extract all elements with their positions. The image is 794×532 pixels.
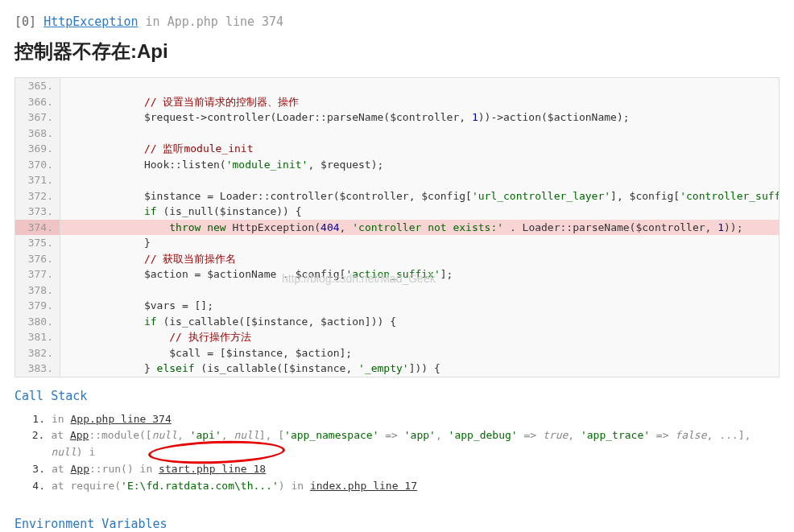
code-line: 372. $instance = Loader::controller($con… xyxy=(15,188,779,204)
code-line: 374. throw new HttpException(404, 'contr… xyxy=(15,220,779,236)
env-vars-title: Environment Variables xyxy=(14,517,780,531)
line-content: } xyxy=(60,235,779,251)
file-location: App.php line 374 xyxy=(167,14,284,29)
line-number: 378. xyxy=(15,282,60,299)
call-stack-item: 4.at require('E:\fd.ratdata.com\th...') … xyxy=(29,478,780,495)
source-code-block: 365.366. // 设置当前请求的控制器、操作367. $request->… xyxy=(14,77,780,377)
line-content: // 设置当前请求的控制器、操作 xyxy=(60,94,779,110)
line-content xyxy=(60,282,779,299)
code-line: 379. $vars = []; xyxy=(15,298,779,314)
line-number: 373. xyxy=(15,204,60,220)
exception-name[interactable]: HttpException xyxy=(43,14,138,29)
line-number: 367. xyxy=(15,109,60,126)
code-line: 369. // 监听module_init xyxy=(15,141,779,157)
line-number: 383. xyxy=(15,361,60,377)
code-line: 365. xyxy=(15,78,779,94)
code-line: 381. // 执行操作方法 xyxy=(15,329,779,345)
line-number: 375. xyxy=(15,235,60,251)
line-number: 374. xyxy=(15,220,60,236)
line-number: 371. xyxy=(15,172,60,188)
line-content: $vars = []; xyxy=(60,298,779,314)
exception-header: [0] HttpException in App.php line 374 xyxy=(14,14,780,29)
line-content: if (is_null($instance)) { xyxy=(60,204,779,220)
call-stack-number: 4. xyxy=(29,478,45,495)
line-content xyxy=(60,78,779,94)
line-number: 372. xyxy=(15,188,60,204)
code-line: 375. } xyxy=(15,235,779,251)
call-stack-list: 1.in App.php line 3742.at App::module([n… xyxy=(29,411,780,495)
line-content xyxy=(60,172,779,188)
line-content: $instance = Loader::controller($controll… xyxy=(60,188,779,204)
call-stack-item: 3.at App::run() in start.php line 18 xyxy=(29,461,780,478)
call-stack-content: at App::module([null, 'api', null], ['ap… xyxy=(51,427,780,461)
line-content: throw new HttpException(404, 'controller… xyxy=(60,220,779,236)
line-number: 365. xyxy=(15,78,60,94)
line-content: if (is_callable([$instance, $action])) { xyxy=(60,314,779,330)
code-line: 376. // 获取当前操作名 xyxy=(15,251,779,267)
code-line: 380. if (is_callable([$instance, $action… xyxy=(15,314,779,330)
call-stack-number: 2. xyxy=(29,427,44,461)
error-message: 控制器不存在:Api xyxy=(14,39,780,64)
line-content: // 执行操作方法 xyxy=(60,329,779,345)
line-number: 370. xyxy=(15,157,60,173)
call-stack-number: 1. xyxy=(29,411,45,428)
line-content: $call = [$instance, $action]; xyxy=(60,345,779,361)
call-stack-item: 1.in App.php line 374 xyxy=(29,411,780,428)
call-stack-content: at App::run() in start.php line 18 xyxy=(52,461,266,478)
call-stack-content: at require('E:\fd.ratdata.com\th...') in… xyxy=(52,478,417,495)
line-content xyxy=(60,126,779,142)
code-line: 367. $request->controller(Loader::parseN… xyxy=(15,109,779,126)
call-stack-content: in App.php line 374 xyxy=(52,411,172,428)
code-line: 368. xyxy=(15,126,779,142)
line-number: 379. xyxy=(15,298,60,314)
line-content: } elseif (is_callable([$instance, '_empt… xyxy=(60,361,779,377)
line-content: // 获取当前操作名 xyxy=(60,251,779,267)
code-line: 371. xyxy=(15,172,779,188)
line-number: 381. xyxy=(15,329,60,345)
code-line: 383. } elseif (is_callable([$instance, '… xyxy=(15,361,779,377)
in-label: in xyxy=(146,14,160,29)
line-content: Hook::listen('module_init', $request); xyxy=(60,157,779,173)
line-number: 366. xyxy=(15,94,60,110)
code-line: 370. Hook::listen('module_init', $reques… xyxy=(15,157,779,173)
code-line: 366. // 设置当前请求的控制器、操作 xyxy=(15,94,779,110)
code-line: 373. if (is_null($instance)) { xyxy=(15,204,779,220)
line-number: 376. xyxy=(15,251,60,267)
call-stack-item: 2.at App::module([null, 'api', null], ['… xyxy=(29,427,780,461)
line-content: $action = $actionName . $config['action_… xyxy=(60,266,779,282)
line-number: 382. xyxy=(15,345,60,361)
exception-index: [0] xyxy=(14,14,36,29)
code-line: 382. $call = [$instance, $action]; xyxy=(15,345,779,361)
call-stack-number: 3. xyxy=(29,461,45,478)
code-line: 378. xyxy=(15,282,779,299)
code-line: 377. $action = $actionName . $config['ac… xyxy=(15,266,779,282)
line-content: $request->controller(Loader::parseName($… xyxy=(60,109,779,126)
line-number: 369. xyxy=(15,141,60,157)
line-number: 377. xyxy=(15,266,60,282)
call-stack-title: Call Stack xyxy=(14,389,780,403)
line-number: 368. xyxy=(15,126,60,142)
line-number: 380. xyxy=(15,314,60,330)
line-content: // 监听module_init xyxy=(60,141,779,157)
